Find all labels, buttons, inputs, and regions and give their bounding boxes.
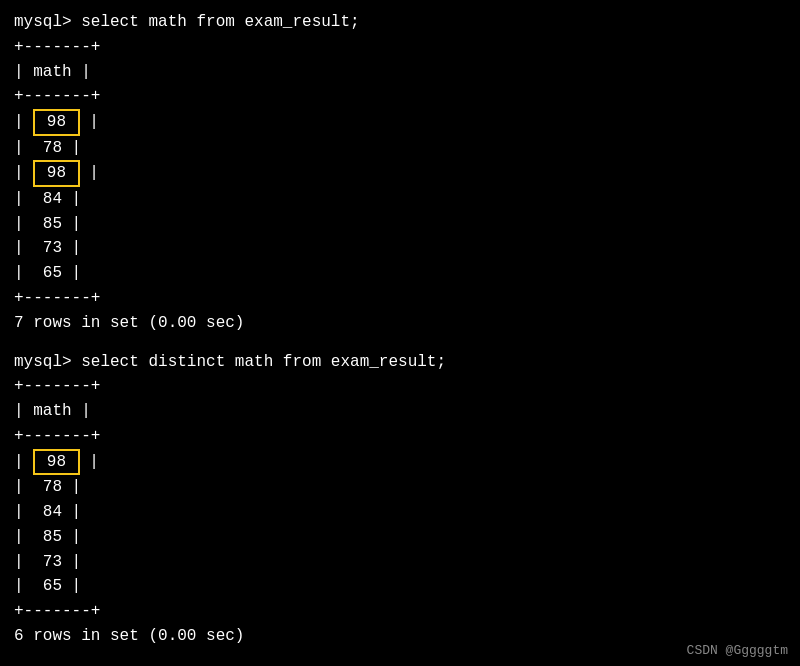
table-row: | 78 |: [14, 136, 786, 161]
result1-line: 7 rows in set (0.00 sec): [14, 311, 786, 336]
table-row: | 65 |: [14, 574, 786, 599]
divider2-mid: +-------+: [14, 424, 786, 449]
table-row: | 98 |: [14, 449, 786, 475]
table-row: | 73 |: [14, 236, 786, 261]
divider1-bot: +-------+: [14, 286, 786, 311]
highlighted-value: 98: [33, 109, 79, 135]
divider2-bot: +-------+: [14, 599, 786, 624]
table-row: | 85 |: [14, 525, 786, 550]
query1-line: mysql> select math from exam_result;: [14, 10, 786, 35]
table-row: | 84 |: [14, 500, 786, 525]
table-row: | 85 |: [14, 212, 786, 237]
query2-line: mysql> select distinct math from exam_re…: [14, 350, 786, 375]
table-row: | 98 |: [14, 160, 786, 186]
terminal-window: mysql> select math from exam_result; +--…: [0, 0, 800, 666]
divider1-top: +-------+: [14, 35, 786, 60]
table-row: | 84 |: [14, 187, 786, 212]
table-row: | 65 |: [14, 261, 786, 286]
table-row: | 73 |: [14, 550, 786, 575]
highlighted-value: 98: [33, 449, 79, 475]
table-row: | 98 |: [14, 109, 786, 135]
divider2-top: +-------+: [14, 374, 786, 399]
result2-line: 6 rows in set (0.00 sec): [14, 624, 786, 649]
highlighted-value: 98: [33, 160, 79, 186]
table-row: | 78 |: [14, 475, 786, 500]
header1: | math |: [14, 60, 786, 85]
header2: | math |: [14, 399, 786, 424]
divider1-mid: +-------+: [14, 84, 786, 109]
watermark: CSDN @Gggggtm: [687, 643, 788, 658]
